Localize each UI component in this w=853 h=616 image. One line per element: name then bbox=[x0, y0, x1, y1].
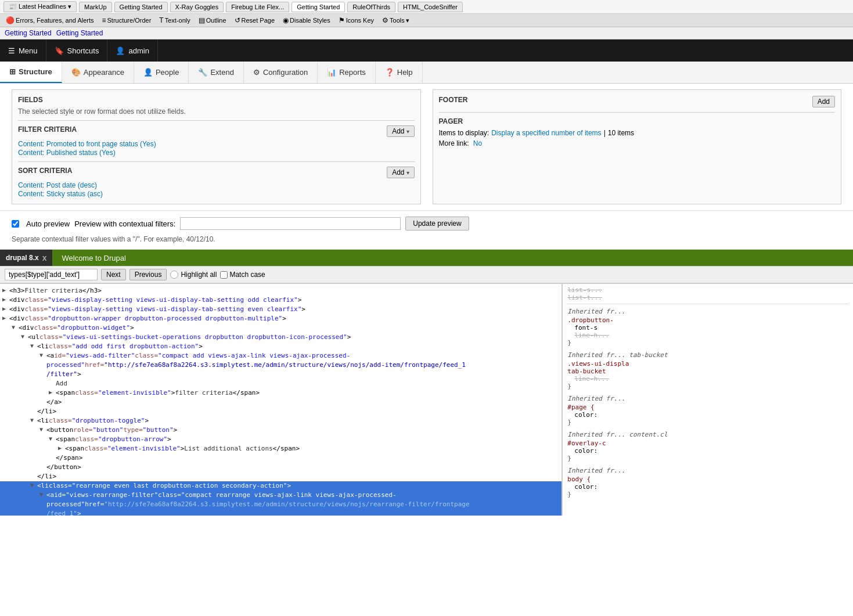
browser-tab-7[interactable]: RuleOfThirds bbox=[347, 2, 395, 12]
nav-item-extend[interactable]: 🔧 Extend bbox=[189, 62, 243, 83]
triangle-ul1[interactable] bbox=[21, 333, 28, 340]
preview-filters-label: Preview with contextual filters: bbox=[74, 219, 175, 228]
shortcuts-label: Shortcuts bbox=[67, 46, 99, 55]
nav-item-people[interactable]: 👤 People bbox=[134, 62, 189, 83]
pager-link[interactable]: Display a specified number of items bbox=[491, 129, 601, 137]
html-panel[interactable]: <h3>Filter criteria</h3> <div class="vie… bbox=[0, 284, 563, 516]
drupal-tab[interactable]: drupal 8.x x bbox=[0, 250, 52, 266]
find-next-button[interactable]: Next bbox=[101, 269, 126, 280]
nav-item-help[interactable]: ❓ Help bbox=[376, 62, 423, 83]
update-preview-button[interactable]: Update preview bbox=[405, 217, 469, 230]
getting-started-link-1[interactable]: Getting Started bbox=[5, 29, 52, 37]
getting-started-link-2[interactable]: Getting Started bbox=[56, 29, 103, 37]
css-section-body: Inherited fr... body { color: } bbox=[567, 467, 848, 498]
firebug-resetpage-item[interactable]: ↺ Reset Page bbox=[232, 16, 277, 25]
browser-tab-5[interactable]: Firebug Lite Flex... bbox=[226, 2, 289, 12]
match-case-toggle[interactable]: Match case bbox=[220, 271, 265, 279]
find-toolbar: Next Previous Highlight all Match case bbox=[0, 266, 853, 283]
sort-link-1[interactable]: Content: Post date (desc) bbox=[18, 181, 97, 189]
triangle-span1[interactable] bbox=[49, 389, 56, 395]
html-line-li3-selected[interactable]: <li class="rearrange even last dropbutto… bbox=[0, 481, 562, 491]
drupal-nav: ⊞ Structure 🎨 Appearance 👤 People 🔧 Exte… bbox=[0, 62, 853, 84]
admin-user-button[interactable]: 👤 admin bbox=[107, 39, 157, 62]
pager-label: Items to display: bbox=[439, 129, 490, 137]
auto-preview-label: Auto preview bbox=[26, 219, 70, 228]
browser-tab-8[interactable]: HTML_CodeSniffer bbox=[398, 2, 463, 12]
firebug-disablestyles-label: Disable Styles bbox=[290, 17, 330, 24]
html-line-a2-selected[interactable]: <a id="views-rearrange-filter" class="co… bbox=[0, 491, 562, 500]
html-line-div4: <div class="dropbutton-widget"> bbox=[0, 323, 562, 333]
nav-reports-label: Reports bbox=[339, 68, 366, 77]
preview-filters-input[interactable] bbox=[180, 217, 401, 230]
highlight-all-label: Highlight all bbox=[181, 271, 217, 279]
sort-add-dropdown-icon: ▾ bbox=[406, 170, 409, 176]
firebug-textonly-item[interactable]: T Text-only bbox=[157, 16, 192, 25]
html-line-li1: <li class="add odd first dropbutton-acti… bbox=[0, 342, 562, 351]
firebug-disablestyles-item[interactable]: ◉ Disable Styles bbox=[280, 16, 333, 25]
firebug-textonly-label: Text-only bbox=[165, 17, 190, 24]
firebug-outline-item[interactable]: ▤ Outline bbox=[196, 16, 229, 25]
filter-link-2[interactable]: Content: Published status (Yes) bbox=[18, 149, 116, 157]
triangle-span-arrow[interactable] bbox=[49, 435, 56, 442]
find-previous-button[interactable]: Previous bbox=[129, 269, 167, 280]
html-line-add-text: Add bbox=[0, 379, 562, 388]
admin-menu-button[interactable]: ☰ Menu bbox=[0, 39, 46, 62]
triangle-a1[interactable] bbox=[39, 352, 46, 358]
sort-criteria-section: SORT CRITERIA Add ▾ bbox=[18, 167, 415, 178]
highlight-all-toggle[interactable]: Highlight all bbox=[170, 271, 217, 279]
browser-tab-getting-started-2[interactable]: Getting Started bbox=[291, 2, 345, 12]
firebug-structure-item[interactable]: ≡ Structure/Order bbox=[100, 16, 154, 25]
sort-header: SORT CRITERIA bbox=[18, 167, 72, 175]
triangle-div2[interactable] bbox=[2, 305, 9, 312]
match-case-checkbox[interactable] bbox=[220, 271, 228, 279]
firebug-errors-item[interactable]: 🔴 Errors, Features, and Alerts bbox=[3, 16, 96, 25]
triangle-a2[interactable] bbox=[39, 491, 46, 498]
fields-header: FIELDS bbox=[18, 96, 415, 104]
nav-item-structure[interactable]: ⊞ Structure bbox=[0, 62, 62, 83]
triangle-li3[interactable] bbox=[30, 482, 37, 488]
triangle-button[interactable] bbox=[39, 426, 46, 433]
help-nav-icon: ❓ bbox=[385, 68, 394, 77]
html-line-span-close: </span> bbox=[0, 453, 562, 463]
nav-appearance-label: Appearance bbox=[84, 68, 124, 77]
welcome-text: Welcome to Drupal bbox=[62, 254, 125, 262]
triangle-li1[interactable] bbox=[30, 343, 37, 349]
triangle-h3[interactable] bbox=[2, 287, 9, 293]
css-section-inherited-3: Inherited fr... #page { color: } bbox=[567, 395, 848, 426]
shortcuts-button[interactable]: 🔖 Shortcuts bbox=[46, 39, 108, 62]
auto-preview-checkbox[interactable] bbox=[12, 220, 19, 228]
footer-add-label: Add bbox=[818, 98, 830, 106]
main-content-area: FIELDS The selected style or row format … bbox=[0, 84, 853, 211]
browser-tab-2[interactable]: MarkUp bbox=[79, 2, 112, 12]
browser-tab-4[interactable]: X-Ray Goggles bbox=[170, 2, 224, 12]
find-input[interactable] bbox=[5, 269, 98, 280]
disable-icon: ◉ bbox=[283, 16, 289, 24]
nav-people-label: People bbox=[156, 68, 179, 77]
html-line-a2-cont2[interactable]: /feed_1"> bbox=[0, 509, 562, 516]
nav-item-configuration[interactable]: ⚙ Configuration bbox=[244, 62, 318, 83]
footer-header: FOOTER bbox=[439, 96, 468, 104]
nav-extend-label: Extend bbox=[210, 68, 233, 77]
sort-link-2[interactable]: Content: Sticky status (asc) bbox=[18, 190, 103, 198]
firebug-iconskey-item[interactable]: ⚑ Icons Key bbox=[336, 16, 376, 25]
filter-add-button[interactable]: Add ▾ bbox=[387, 125, 414, 137]
text-icon: T bbox=[159, 16, 163, 24]
footer-add-button[interactable]: Add bbox=[812, 96, 835, 107]
triangle-div3[interactable] bbox=[2, 315, 9, 321]
browser-tab-1[interactable]: 📰 Latest Headlines ▾ bbox=[3, 1, 77, 12]
html-line-span1: <span class="element-invisible">filter c… bbox=[0, 388, 562, 398]
nav-item-appearance[interactable]: 🎨 Appearance bbox=[62, 62, 134, 83]
triangle-div4[interactable] bbox=[12, 324, 19, 330]
firebug-tools-item[interactable]: ⚙ Tools ▾ bbox=[380, 16, 412, 25]
triangle-li2[interactable] bbox=[30, 417, 37, 423]
drupal-tab-close-button[interactable]: x bbox=[42, 253, 47, 262]
triangle-div1[interactable] bbox=[2, 296, 9, 302]
html-line-a2-cont[interactable]: processed" href="http://sfe7ea68af8a2264… bbox=[0, 500, 562, 509]
filter-link-1[interactable]: Content: Promoted to front page status (… bbox=[18, 140, 156, 148]
nav-item-reports[interactable]: 📊 Reports bbox=[318, 62, 376, 83]
browser-tab-getting-started-1[interactable]: Getting Started bbox=[114, 2, 168, 12]
html-line-h3: <h3>Filter criteria</h3> bbox=[0, 286, 562, 296]
triangle-span-invis[interactable] bbox=[58, 445, 65, 451]
sort-add-button[interactable]: Add ▾ bbox=[387, 167, 414, 178]
firebug-structure-label: Structure/Order bbox=[107, 17, 152, 24]
